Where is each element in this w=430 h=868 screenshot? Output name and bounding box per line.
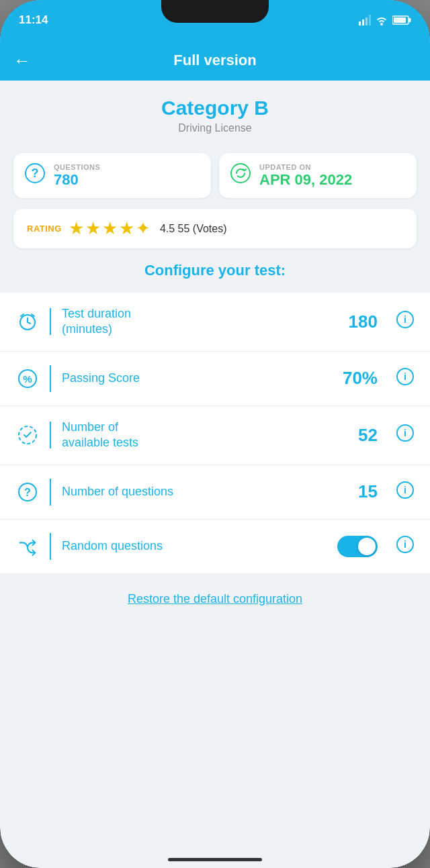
content-area: Category B Driving License ? QUESTIONS 7 — [0, 81, 430, 625]
questions-card: ? QUESTIONS 780 — [13, 153, 211, 198]
divider — [50, 422, 51, 448]
svg-text:%: % — [23, 373, 32, 385]
stars: ★ ★ ★ ★ ✦ — [69, 218, 150, 239]
category-title: Category B — [13, 97, 417, 119]
divider — [50, 533, 51, 560]
notch — [161, 0, 269, 23]
phone-screen: 11:14 — [0, 0, 430, 868]
updated-card: UPDATED ON APR 09, 2022 — [219, 153, 417, 198]
updated-value: APR 09, 2022 — [259, 171, 352, 189]
restore-section: Restore the default configuration — [0, 573, 430, 625]
divider — [50, 479, 51, 505]
star-4: ★ — [119, 218, 134, 239]
svg-rect-3 — [369, 15, 371, 26]
back-button[interactable]: ← — [13, 50, 31, 71]
rating-count: 4.5 55 (Votes) — [160, 223, 227, 235]
passing-score-row: % Passing Score 70% i — [0, 352, 430, 406]
random-questions-toggle[interactable] — [337, 536, 378, 557]
svg-text:i: i — [404, 428, 406, 438]
svg-rect-5 — [409, 18, 411, 22]
svg-text:i: i — [404, 539, 406, 550]
percent-icon: % — [16, 369, 39, 389]
rating-label: RATING — [27, 224, 62, 234]
star-3: ★ — [102, 218, 118, 239]
updated-icon — [230, 162, 251, 189]
star-1: ★ — [69, 218, 84, 239]
test-duration-value: 180 — [349, 311, 378, 332]
star-2: ★ — [85, 218, 101, 239]
test-duration-info-button[interactable]: i — [396, 311, 414, 332]
svg-point-9 — [231, 164, 250, 183]
status-time: 11:14 — [19, 13, 48, 27]
status-icons — [359, 15, 411, 26]
divider — [50, 365, 51, 392]
available-tests-info-button[interactable]: i — [396, 424, 414, 446]
updated-label: UPDATED ON — [259, 163, 352, 171]
svg-text:?: ? — [32, 166, 39, 180]
svg-rect-2 — [366, 17, 368, 26]
test-duration-row: Test duration(minutes) 180 i — [0, 293, 430, 352]
random-questions-row: Random questions i — [0, 520, 430, 573]
num-questions-row: ? Number of questions 15 i — [0, 465, 430, 520]
svg-text:i: i — [404, 314, 406, 325]
svg-rect-6 — [394, 17, 406, 23]
nav-bar: ← Full version — [0, 40, 430, 81]
questions-label: QUESTIONS — [54, 163, 100, 171]
nav-title: Full version — [173, 52, 256, 69]
rating-card: RATING ★ ★ ★ ★ ✦ 4.5 55 (Votes) — [13, 209, 417, 248]
passing-score-value: 70% — [343, 368, 378, 389]
header-section: Category B Driving License — [0, 81, 430, 153]
svg-text:i: i — [404, 371, 406, 382]
num-questions-value: 15 — [358, 481, 378, 502]
passing-score-info-button[interactable]: i — [396, 368, 414, 389]
svg-text:i: i — [404, 485, 406, 495]
passing-score-label: Passing Score — [62, 371, 332, 386]
signal-icon — [359, 15, 371, 26]
svg-text:?: ? — [24, 487, 31, 498]
info-cards: ? QUESTIONS 780 — [13, 153, 417, 198]
available-tests-label: Number ofavailable tests — [62, 420, 347, 451]
configure-title: Configure your test: — [13, 262, 417, 279]
star-5: ✦ — [136, 218, 150, 239]
questions-value: 780 — [54, 171, 100, 189]
shuffle-icon — [16, 536, 39, 557]
test-duration-label: Test duration(minutes) — [62, 306, 338, 338]
toggle-knob — [358, 538, 376, 555]
svg-rect-1 — [362, 19, 364, 26]
phone-frame: 11:14 — [0, 0, 430, 868]
question-icon: ? — [16, 482, 39, 502]
config-section: Test duration(minutes) 180 i % — [0, 293, 430, 573]
wifi-icon — [375, 15, 388, 26]
tests-icon — [16, 425, 39, 445]
alarm-icon — [16, 311, 39, 332]
random-questions-info-button[interactable]: i — [396, 536, 414, 557]
questions-icon: ? — [24, 162, 46, 189]
battery-icon — [392, 15, 411, 26]
random-questions-label: Random questions — [62, 538, 327, 554]
num-questions-info-button[interactable]: i — [396, 481, 414, 503]
home-indicator — [168, 858, 262, 861]
available-tests-value: 52 — [358, 425, 378, 446]
restore-link[interactable]: Restore the default configuration — [128, 592, 302, 606]
divider — [50, 308, 51, 335]
category-subtitle: Driving License — [13, 122, 417, 134]
svg-rect-0 — [359, 21, 361, 26]
available-tests-row: Number ofavailable tests 52 i — [0, 406, 430, 465]
num-questions-label: Number of questions — [62, 484, 347, 499]
